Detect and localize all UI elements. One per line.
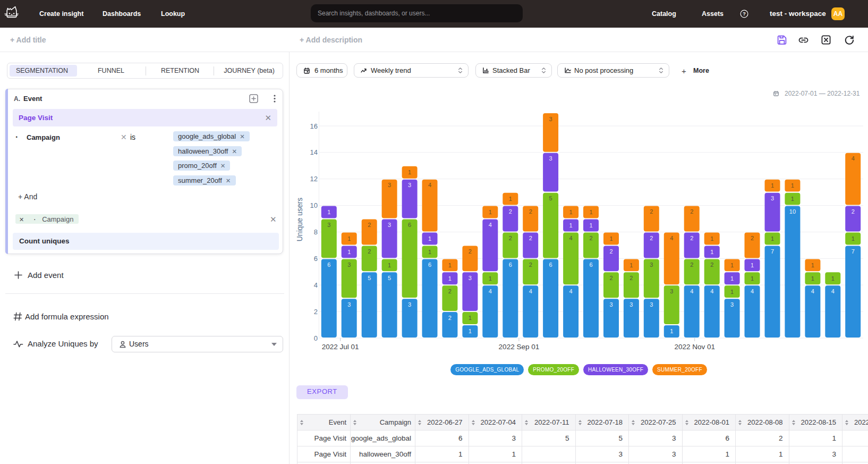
svg-text:2: 2 [609, 248, 612, 255]
svg-text:2: 2 [690, 208, 693, 215]
svg-text:6: 6 [408, 222, 411, 228]
svg-text:2: 2 [710, 261, 713, 268]
svg-text:4: 4 [751, 288, 754, 294]
svg-text:6: 6 [509, 261, 512, 268]
svg-text:1: 1 [771, 182, 774, 189]
svg-text:4: 4 [852, 155, 855, 162]
svg-text:4: 4 [314, 281, 318, 289]
svg-text:1: 1 [751, 275, 754, 282]
svg-text:1: 1 [791, 182, 794, 189]
svg-text:1: 1 [347, 235, 351, 242]
svg-text:1: 1 [428, 249, 431, 255]
svg-text:3: 3 [650, 301, 653, 308]
svg-text:4: 4 [690, 288, 693, 294]
svg-text:2: 2 [650, 235, 653, 241]
svg-text:2: 2 [690, 235, 693, 241]
svg-text:1: 1 [428, 235, 431, 242]
svg-text:3: 3 [327, 222, 330, 228]
svg-text:5: 5 [368, 275, 371, 281]
svg-text:2: 2 [368, 248, 371, 255]
svg-text:1: 1 [811, 262, 814, 268]
svg-text:16: 16 [310, 122, 318, 130]
svg-text:14: 14 [310, 148, 318, 156]
svg-text:2: 2 [509, 235, 512, 241]
svg-text:2: 2 [529, 208, 532, 215]
svg-text:1: 1 [347, 249, 351, 255]
svg-text:6: 6 [589, 261, 592, 268]
svg-text:4: 4 [710, 288, 713, 294]
svg-text:3: 3 [609, 301, 612, 308]
svg-text:1: 1 [831, 275, 835, 282]
svg-text:1: 1 [751, 262, 754, 268]
svg-text:3: 3 [549, 155, 552, 162]
svg-text:2022 Sep 01: 2022 Sep 01 [499, 343, 540, 351]
svg-text:1: 1 [730, 289, 734, 295]
svg-text:2: 2 [852, 208, 855, 215]
svg-text:2: 2 [690, 261, 693, 268]
svg-text:1: 1 [408, 169, 411, 175]
svg-text:2: 2 [609, 275, 612, 281]
svg-text:1: 1 [710, 235, 713, 242]
svg-text:8: 8 [314, 228, 318, 236]
svg-text:2: 2 [589, 235, 592, 241]
svg-text:5: 5 [388, 275, 391, 281]
svg-text:1: 1 [710, 249, 713, 255]
svg-text:4: 4 [489, 288, 492, 294]
svg-text:2: 2 [529, 235, 532, 241]
svg-text:3: 3 [670, 288, 673, 294]
svg-text:2: 2 [650, 208, 653, 215]
svg-text:2: 2 [529, 261, 532, 268]
svg-text:4: 4 [670, 235, 673, 241]
svg-text:1: 1 [589, 222, 592, 229]
svg-text:1: 1 [730, 262, 734, 268]
svg-text:2: 2 [368, 222, 371, 228]
svg-text:2: 2 [509, 208, 512, 215]
svg-text:1: 1 [811, 275, 814, 282]
svg-text:3: 3 [730, 301, 734, 308]
svg-text:1: 1 [609, 235, 612, 242]
svg-text:6: 6 [549, 261, 552, 268]
svg-text:2022 Nov 01: 2022 Nov 01 [674, 343, 715, 351]
svg-text:3: 3 [771, 195, 774, 201]
svg-text:3: 3 [388, 182, 391, 188]
svg-text:1: 1 [852, 235, 855, 242]
svg-text:1: 1 [569, 209, 573, 215]
svg-text:6: 6 [314, 255, 318, 263]
svg-text:3: 3 [629, 301, 633, 308]
svg-text:2: 2 [314, 308, 318, 316]
svg-text:5: 5 [549, 195, 552, 201]
svg-text:1: 1 [448, 275, 452, 282]
svg-text:2: 2 [469, 248, 472, 255]
svg-text:3: 3 [549, 116, 552, 122]
svg-text:4: 4 [569, 288, 573, 294]
svg-text:1: 1 [469, 328, 472, 334]
svg-text:4: 4 [811, 288, 814, 294]
svg-text:3: 3 [347, 261, 351, 268]
svg-text:3: 3 [469, 275, 472, 281]
svg-text:?: ? [743, 11, 746, 16]
svg-text:1: 1 [771, 235, 774, 242]
svg-text:1: 1 [469, 315, 472, 321]
svg-text:4: 4 [428, 182, 431, 188]
svg-text:1: 1 [730, 275, 734, 282]
svg-text:4: 4 [831, 288, 835, 294]
svg-text:2: 2 [448, 315, 452, 321]
svg-text:2: 2 [629, 275, 633, 281]
svg-text:1: 1 [448, 262, 452, 268]
svg-text:3: 3 [408, 182, 411, 188]
svg-text:4: 4 [489, 222, 492, 228]
svg-text:2: 2 [751, 235, 754, 241]
svg-text:1: 1 [327, 209, 330, 215]
svg-text:1: 1 [791, 196, 794, 202]
svg-text:6: 6 [327, 261, 330, 268]
svg-text:2022 Jul 01: 2022 Jul 01 [322, 343, 359, 351]
svg-text:3: 3 [408, 301, 411, 308]
svg-text:1: 1 [629, 262, 633, 268]
svg-text:6: 6 [428, 261, 431, 268]
svg-text:10: 10 [789, 208, 796, 215]
svg-text:1: 1 [388, 262, 391, 268]
svg-text:10: 10 [310, 201, 318, 209]
svg-text:7: 7 [771, 248, 774, 255]
svg-text:1: 1 [569, 222, 573, 229]
svg-text:1: 1 [589, 209, 592, 215]
